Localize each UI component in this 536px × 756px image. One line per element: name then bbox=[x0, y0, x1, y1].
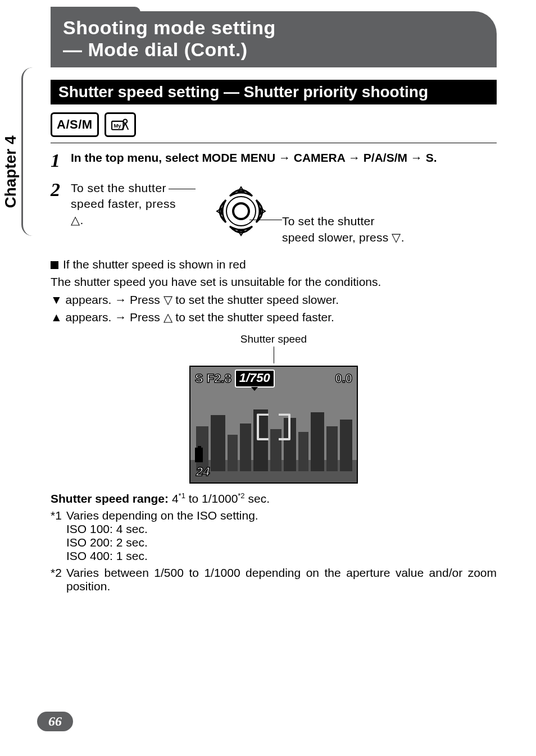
range-low: 4 bbox=[172, 492, 179, 505]
page: Shooting mode setting — Mode dial (Cont.… bbox=[0, 0, 536, 756]
svg-point-4 bbox=[233, 203, 249, 219]
shutter-range: Shutter speed range: 4*1 to 1/1000*2 sec… bbox=[51, 491, 497, 505]
leader-line bbox=[169, 189, 196, 189]
display-caption: Shutter speed bbox=[51, 333, 497, 345]
battery-icon bbox=[195, 448, 203, 462]
range-label: Shutter speed range: bbox=[51, 492, 172, 505]
footnote-1-c: ISO 400: 1 sec. bbox=[51, 549, 497, 563]
step1-prefix: In the top menu, select bbox=[71, 151, 202, 164]
step2-right-l2: speed slower, press ▽. bbox=[282, 231, 405, 244]
red-down: ▼ appears. → Press ▽ to set the shutter … bbox=[51, 292, 497, 308]
svg-rect-15 bbox=[270, 429, 281, 471]
step2-left-l3: △. bbox=[71, 213, 84, 226]
svg-point-3 bbox=[226, 197, 256, 226]
step2-right-l1: To set the shutter bbox=[282, 215, 375, 227]
red-heading: If the shutter speed is shown in red bbox=[63, 258, 246, 271]
svg-rect-19 bbox=[326, 426, 338, 471]
step1-m1: MODE MENU bbox=[202, 151, 275, 164]
display-hud: S F2.8 1/750 0.0 bbox=[190, 370, 357, 388]
footnote-1: *1 Varies depending on the ISO setting. … bbox=[51, 509, 497, 563]
svg-rect-12 bbox=[228, 435, 238, 471]
range-to: to bbox=[189, 492, 202, 505]
leader-line bbox=[249, 220, 282, 220]
footnote-2-text: Varies between 1/500 to 1/1000 depending… bbox=[66, 566, 497, 593]
hud-shots: 24 bbox=[196, 464, 210, 479]
svg-rect-17 bbox=[298, 432, 308, 471]
step2-left-text: To set the shutter speed faster, press △… bbox=[71, 180, 200, 228]
step2-left-l2: speed faster, press bbox=[71, 197, 176, 210]
svg-text:My: My bbox=[113, 122, 121, 129]
hud-fnumber: F2.8 bbox=[207, 371, 231, 386]
red-up: ▲ appears. → Press △ to set the shutter … bbox=[51, 309, 497, 325]
square-bullet-icon bbox=[51, 261, 58, 269]
svg-rect-18 bbox=[311, 412, 324, 471]
lcd-display: S F2.8 1/750 0.0 24 bbox=[189, 366, 358, 484]
leader-line bbox=[274, 347, 274, 363]
banner-title-line2: — Mode dial (Cont.) bbox=[63, 39, 484, 61]
red-line: The shutter speed you have set is unsuit… bbox=[51, 274, 497, 290]
arrow-right-icon: → bbox=[279, 151, 294, 164]
mode-icons-row: A/S/M My bbox=[51, 112, 497, 137]
footnote-1-b: ISO 200: 2 sec. bbox=[51, 536, 497, 549]
footnote-2: *2 Varies between 1/500 to 1/1000 depend… bbox=[51, 566, 497, 593]
svg-point-2 bbox=[123, 119, 127, 123]
step-1: 1 In the top menu, select MODE MENU → CA… bbox=[51, 151, 497, 170]
step-2-body: To set the shutter speed faster, press △… bbox=[71, 180, 497, 246]
chapter-tab: Chapter 4 bbox=[17, 67, 39, 242]
step1-m3: P/A/S/M bbox=[364, 151, 407, 164]
step-2-number: 2 bbox=[51, 180, 71, 199]
red-shutter-note: If the shutter speed is shown in red The… bbox=[51, 256, 497, 326]
step1-m2: CAMERA bbox=[294, 151, 345, 164]
footnote-1-a: ISO 100: 4 sec. bbox=[51, 522, 497, 536]
range-high: 1/1000 bbox=[202, 492, 238, 505]
skyline-icon bbox=[190, 404, 358, 482]
step-2: 2 To set the shutter speed faster, press… bbox=[51, 180, 497, 246]
hud-mode: S bbox=[195, 371, 203, 386]
mode-asm-label: A/S/M bbox=[57, 117, 93, 132]
range-unit: sec. bbox=[248, 492, 270, 505]
hud-ev: 0.0 bbox=[335, 371, 352, 386]
divider bbox=[51, 143, 497, 143]
header-banner: Shooting mode setting — Mode dial (Cont.… bbox=[51, 11, 497, 67]
arrow-right-icon: → bbox=[411, 151, 426, 164]
footnote-1-tag: *1 bbox=[51, 509, 66, 522]
mode-mymode-icon: My bbox=[105, 112, 136, 137]
step-1-number: 1 bbox=[51, 151, 71, 170]
svg-rect-13 bbox=[240, 423, 251, 471]
banner-notch bbox=[51, 7, 140, 12]
mode-asm-icon: A/S/M bbox=[51, 112, 99, 137]
hud-shutter: 1/750 bbox=[235, 370, 275, 388]
step1-m4: S. bbox=[426, 151, 437, 164]
svg-rect-11 bbox=[211, 415, 225, 471]
step2-left-l1: To set the shutter bbox=[71, 181, 166, 194]
chapter-label: Chapter 4 bbox=[2, 135, 20, 208]
display-figure: Shutter speed S F2.8 1/750 0.0 bbox=[51, 333, 497, 484]
footnote-1-text: Varies depending on the ISO setting. bbox=[66, 509, 497, 522]
footnote-2-tag: *2 bbox=[51, 566, 66, 593]
step-1-text: In the top menu, select MODE MENU → CAME… bbox=[71, 151, 497, 165]
arrow-right-icon: → bbox=[348, 151, 364, 164]
arrow-pad-icon bbox=[210, 180, 272, 242]
banner-title-line1: Shooting mode setting bbox=[63, 17, 484, 39]
range-high-sup: *2 bbox=[238, 491, 244, 500]
page-number: 66 bbox=[37, 712, 73, 731]
chapter-pill bbox=[21, 67, 38, 236]
range-low-sup: *1 bbox=[179, 491, 185, 500]
svg-rect-20 bbox=[340, 420, 352, 471]
section-title: Shutter speed setting — Shutter priority… bbox=[51, 80, 497, 104]
step2-right-text: To set the shutter speed slower, press ▽… bbox=[282, 213, 439, 246]
